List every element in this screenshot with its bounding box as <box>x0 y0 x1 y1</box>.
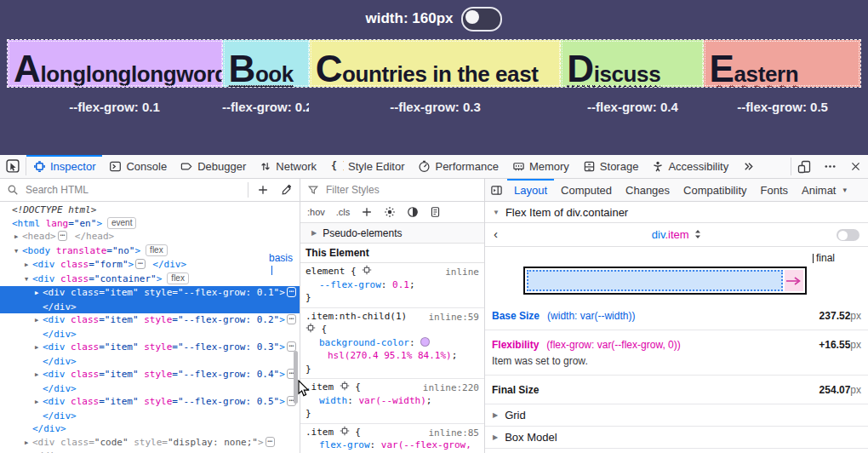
css-rule[interactable]: inline:220.item {width: var(--width);} <box>300 379 484 424</box>
tab-storage[interactable]: Storage <box>576 155 646 178</box>
expand-arrow[interactable]: ▶ <box>25 259 32 272</box>
markup-row[interactable]: ▶<div class="item" style="--flex-grow: 0… <box>0 286 300 301</box>
flex-item-dropdown[interactable]: div.item <box>485 228 868 241</box>
markup-row[interactable]: </div> <box>0 410 300 423</box>
source-link[interactable]: inline:85 <box>428 427 479 440</box>
final-label: final <box>810 252 835 264</box>
final-size-box <box>523 267 807 295</box>
markup-row[interactable]: ▶<div class="code" style="display: none;… <box>0 436 300 450</box>
markup-row[interactable]: </div> <box>0 355 300 369</box>
ellipsis-badge[interactable]: ⋯ <box>266 437 275 447</box>
event-badge[interactable]: event <box>107 217 136 229</box>
width-toggle[interactable] <box>461 7 502 32</box>
markup-row[interactable]: ▶<div class="item" style="--flex-grow: 0… <box>0 313 300 328</box>
markup-row[interactable]: <!DOCTYPE html> <box>0 204 300 217</box>
markup-row[interactable]: </div> <box>0 382 300 396</box>
ellipsis-badge[interactable]: ⋯ <box>287 287 296 297</box>
sidebar-tab-fonts[interactable]: Fonts <box>754 179 796 201</box>
ellipsis-badge[interactable]: ⋯ <box>135 259 145 269</box>
selector-target-icon[interactable] <box>340 381 350 391</box>
responsive-design-button[interactable] <box>791 155 817 178</box>
code-token: </head> <box>69 231 114 242</box>
code-token: </div> <box>43 356 77 367</box>
markup-scrollbar[interactable] <box>294 351 298 404</box>
markup-row[interactable]: ▼<body translate="no">flex <box>0 244 300 259</box>
hov-button[interactable]: :hov <box>307 207 325 217</box>
expand-arrow[interactable]: ▼ <box>25 273 32 287</box>
flex-badge[interactable]: flex <box>167 272 189 284</box>
section-box-model[interactable]: ▶Box Model <box>485 427 868 449</box>
markup-row[interactable]: ▶<div class="item" style="--flex-grow: 0… <box>0 341 300 355</box>
expand-arrow[interactable]: ▶ <box>35 396 43 410</box>
markup-row[interactable]: <html lang="en">event <box>0 217 300 231</box>
performance-icon <box>418 160 431 173</box>
metric-label: Flexibility <box>492 339 539 351</box>
expand-arrow[interactable]: ▶ <box>25 437 32 450</box>
search-input[interactable] <box>24 183 243 197</box>
sidebar-tab-computed[interactable]: Computed <box>554 179 619 201</box>
tab-debugger[interactable]: Debugger <box>174 155 253 178</box>
grow-arrow-icon <box>785 276 802 286</box>
source-link[interactable]: inline:220 <box>423 381 479 395</box>
expand-arrow[interactable]: ▶ <box>35 369 43 382</box>
markup-row[interactable]: ▶<div class="item" style="--flex-grow: 0… <box>0 368 300 382</box>
print-simulation-icon[interactable] <box>430 206 441 218</box>
expand-arrow[interactable]: ▼ <box>14 245 22 259</box>
css-rule[interactable]: inline:85.item {flex-grow: var(--flex-gr… <box>300 424 484 453</box>
expand-arrow[interactable]: ▶ <box>35 341 43 355</box>
markup-row[interactable]: ▶<div class="form">⋯ </div> <box>0 258 300 272</box>
close-devtools-button[interactable] <box>842 155 868 178</box>
add-rule-button[interactable] <box>361 206 373 218</box>
expand-arrow[interactable]: ▶ <box>35 287 43 301</box>
flex-item-section-header[interactable]: ▼ Flex Item of div.container <box>485 202 868 223</box>
code-token: --flex-grow <box>319 279 381 290</box>
ellipsis-badge[interactable]: ⋯ <box>58 231 67 241</box>
tab-performance[interactable]: Performance <box>411 155 505 178</box>
sidebar-tab-compatibility[interactable]: Compatibility <box>677 179 753 201</box>
pseudo-elements-header[interactable]: ▶ Pseudo-elements <box>300 223 484 244</box>
source-link[interactable]: inline <box>445 266 479 279</box>
tab-accessibility[interactable]: Accessibility <box>645 155 735 178</box>
metric-value: +16.55px <box>819 339 861 351</box>
tab-memory[interactable]: Memory <box>505 155 576 178</box>
devtools-menu-button[interactable] <box>817 155 842 178</box>
pick-element-button[interactable] <box>0 155 26 178</box>
css-rule[interactable]: inlineelement { --flex-grow: 0.1;} <box>300 263 484 308</box>
markup-row[interactable]: ▼<div class="container">flex <box>0 272 300 287</box>
source-link[interactable]: inline:59 <box>428 311 479 324</box>
markup-row[interactable]: </div> <box>0 301 300 314</box>
sidebar-tab-layout[interactable]: Layout <box>507 179 554 201</box>
selector-target-icon[interactable] <box>362 265 372 275</box>
selector-target-icon[interactable] <box>340 426 350 436</box>
sidebar-toggle-button[interactable] <box>485 179 507 201</box>
selector-target-icon[interactable] <box>306 323 316 333</box>
light-scheme-toggle-icon[interactable] <box>384 206 396 218</box>
css-rule[interactable]: inline:59.item:nth-child(1) {background-… <box>300 308 484 380</box>
add-node-button[interactable] <box>254 181 272 199</box>
filter-styles-input[interactable] <box>324 183 481 197</box>
markup-row[interactable]: ▶<div class="item" style="--flex-grow: 0… <box>0 395 300 410</box>
flex-badge[interactable]: flex <box>146 244 168 256</box>
tab-overflow-button[interactable] <box>735 155 761 178</box>
sidebar-tab-animat[interactable]: Animat▾ <box>795 179 854 201</box>
markup-row[interactable]: ▶<head>⋯ </head> <box>0 230 300 244</box>
markup-row[interactable]: </div> <box>0 422 300 436</box>
expand-arrow[interactable]: ▶ <box>35 314 43 328</box>
markup-row[interactable]: </div> <box>0 450 300 453</box>
tab-style-editor[interactable]: { }Style Editor <box>323 155 411 178</box>
tab-network[interactable]: Network <box>253 155 323 178</box>
cls-button[interactable]: .cls <box>336 207 351 217</box>
sidebar-tab-changes[interactable]: Changes <box>619 179 677 201</box>
tab-inspector[interactable]: Inspector <box>26 155 102 178</box>
flex-highlight-toggle[interactable] <box>837 229 859 241</box>
section-grid[interactable]: ▶Grid <box>485 404 868 427</box>
color-swatch[interactable] <box>420 337 430 347</box>
metric-value: 237.52px <box>819 310 861 322</box>
tab-console[interactable]: Console <box>102 155 174 178</box>
markup-row[interactable]: </div> <box>0 328 300 341</box>
expand-arrow[interactable]: ▶ <box>14 231 22 244</box>
eyedropper-button[interactable] <box>277 181 296 199</box>
ellipsis-badge[interactable]: ⋯ <box>287 314 296 324</box>
dark-scheme-toggle-icon[interactable] <box>407 206 419 218</box>
flex-grow-label: --flex-grow: 0.2 <box>222 88 309 114</box>
